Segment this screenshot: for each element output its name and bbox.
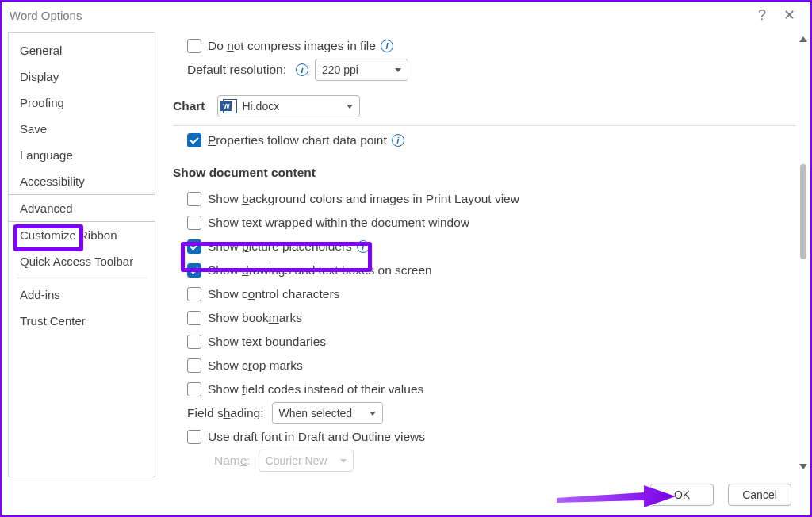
info-icon[interactable]: i	[357, 240, 370, 253]
label-content-option: Show control characters	[208, 287, 339, 301]
info-icon[interactable]: i	[392, 134, 404, 147]
chevron-down-icon	[370, 412, 376, 416]
dropdown-default-resolution[interactable]: 220 ppi	[315, 59, 408, 81]
dropdown-chart-file[interactable]: Hi.docx	[217, 95, 360, 117]
chevron-down-icon	[347, 105, 353, 109]
category-sidebar: General Display Proofing Save Language A…	[8, 32, 155, 477]
label-content-option: Show crop marks	[208, 358, 303, 373]
chevron-down-icon	[395, 68, 401, 72]
vertical-scrollbar[interactable]	[798, 33, 809, 473]
chevron-down-icon	[340, 459, 347, 463]
checkbox-content-option[interactable]	[187, 382, 201, 396]
word-options-dialog: Word Options ? ✕ General Display Proofin…	[0, 0, 812, 517]
cancel-button[interactable]: Cancel	[728, 484, 791, 506]
checkbox-content-option[interactable]	[187, 263, 201, 278]
label-content-option: Show picture placeholders	[208, 239, 352, 254]
row-properties-follow: Properties follow chart data point i	[173, 129, 796, 151]
titlebar: Word Options ? ✕	[2, 2, 810, 29]
sidebar-item-add-ins[interactable]: Add-ins	[9, 281, 155, 308]
content-option-row: Show picture placeholdersi	[173, 236, 796, 258]
section-heading-chart: Chart	[173, 99, 205, 113]
row-field-shading: Field shading: When selected	[173, 402, 796, 424]
sidebar-item-advanced[interactable]: Advanced	[9, 194, 155, 222]
sidebar-item-general[interactable]: General	[9, 37, 155, 63]
label-content-option: Show background colors and images in Pri…	[208, 192, 519, 206]
section-chart-row: Chart Hi.docx	[173, 95, 796, 117]
label-do-not-compress: Do not compress images in file	[208, 39, 376, 53]
ok-button[interactable]: OK	[650, 484, 714, 506]
sidebar-item-language[interactable]: Language	[9, 142, 155, 168]
content-option-row: Show drawings and text boxes on screen	[173, 259, 796, 281]
scroll-up-icon[interactable]	[799, 36, 807, 42]
close-icon[interactable]: ✕	[776, 6, 802, 24]
row-do-not-compress: Do not compress images in file i	[173, 35, 796, 57]
checkbox-properties-follow[interactable]	[187, 133, 201, 147]
help-icon[interactable]: ?	[749, 7, 776, 24]
content-option-row: Show text wrapped within the document wi…	[173, 212, 796, 234]
sidebar-item-accessibility[interactable]: Accessibility	[9, 168, 155, 194]
info-icon[interactable]: i	[381, 40, 393, 52]
label-content-option: Show field codes instead of their values	[208, 382, 423, 396]
content-option-row: Show control characters	[173, 283, 796, 305]
checkbox-content-option[interactable]	[187, 358, 201, 373]
row-default-resolution: Default resolution: i 220 ppi	[173, 59, 796, 81]
label-content-option: Show text boundaries	[208, 335, 326, 349]
label-content-option: Show text wrapped within the document wi…	[208, 216, 469, 230]
row-draft-font: Use draft font in Draft and Outline view…	[173, 426, 796, 448]
row-font-name: Name: Courier New	[173, 450, 796, 472]
label-content-option: Show bookmarks	[208, 311, 302, 325]
label-content-option: Show drawings and text boxes on screen	[208, 263, 432, 278]
scroll-down-icon[interactable]	[799, 464, 807, 469]
checkbox-content-option[interactable]	[187, 192, 201, 206]
checkbox-content-option[interactable]	[187, 239, 201, 254]
dropdown-field-shading[interactable]: When selected	[272, 402, 383, 424]
label-font-name: Name:	[214, 454, 251, 468]
dialog-footer: OK Cancel	[650, 484, 791, 506]
checkbox-content-option[interactable]	[187, 287, 201, 301]
label-default-resolution: Default resolution:	[187, 63, 286, 77]
sidebar-item-proofing[interactable]: Proofing	[9, 90, 155, 116]
label-properties-follow: Properties follow chart data point	[208, 133, 387, 147]
checkbox-draft-font[interactable]	[187, 430, 201, 444]
label-draft-font: Use draft font in Draft and Outline view…	[208, 430, 425, 444]
sidebar-item-customize-ribbon[interactable]: Customize Ribbon	[9, 222, 155, 248]
content-option-row: Show crop marks	[173, 354, 796, 377]
section-heading-content: Show document content	[173, 166, 796, 180]
info-icon[interactable]: i	[296, 63, 308, 76]
checkbox-content-option[interactable]	[187, 216, 201, 230]
scroll-thumb[interactable]	[800, 164, 806, 259]
sidebar-item-quick-access-toolbar[interactable]: Quick Access Toolbar	[9, 248, 155, 274]
window-title: Word Options	[10, 9, 82, 22]
content-option-row: Show text boundaries	[173, 331, 796, 353]
options-content: Do not compress images in file i Default…	[155, 29, 810, 481]
content-option-row: Show bookmarks	[173, 307, 796, 329]
sidebar-item-display[interactable]: Display	[9, 63, 155, 90]
content-option-row: Show background colors and images in Pri…	[173, 188, 796, 210]
sidebar-item-trust-center[interactable]: Trust Center	[9, 308, 155, 334]
checkbox-do-not-compress[interactable]	[187, 39, 201, 53]
dropdown-font-name: Courier New	[259, 450, 354, 472]
checkbox-content-option[interactable]	[187, 311, 201, 325]
content-option-row: Show field codes instead of their values	[173, 378, 796, 400]
sidebar-item-save[interactable]: Save	[9, 116, 155, 142]
word-document-icon	[223, 99, 237, 113]
checkbox-content-option[interactable]	[187, 335, 201, 349]
label-field-shading: Field shading:	[187, 406, 264, 420]
